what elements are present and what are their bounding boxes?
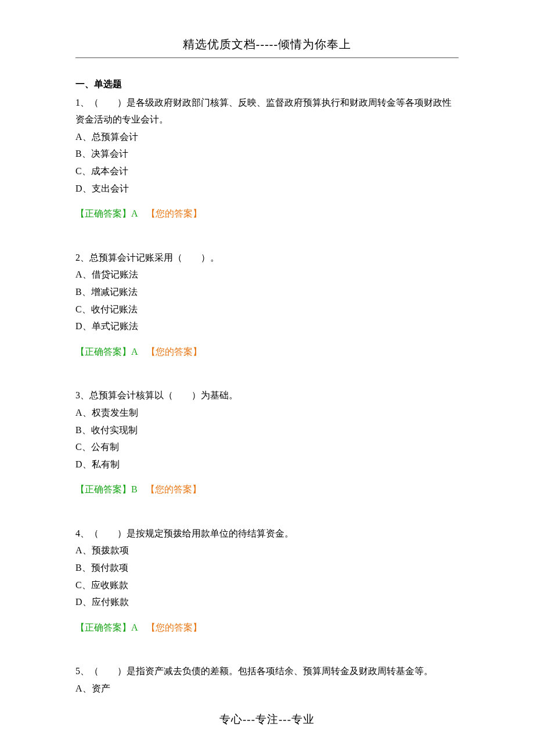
option-b: B、决算会计 <box>75 145 459 163</box>
option-b: B、预付款项 <box>75 559 459 577</box>
option-b: B、增减记账法 <box>75 283 459 301</box>
option-c: C、公有制 <box>75 438 459 456</box>
question-text: 1、（ ）是各级政府财政部门核算、反映、监督政府预算执行和财政周转金等各项财政性… <box>75 94 459 128</box>
option-d: D、应付账款 <box>75 593 459 611</box>
question-block: 2、总预算会计记账采用（ ）。 A、借贷记账法 B、增减记账法 C、收付记账法 … <box>75 249 459 361</box>
header-divider <box>75 57 459 58</box>
question-block: 3、总预算会计核算以（ ）为基础。 A、权责发生制 B、收付实现制 C、公有制 … <box>75 387 459 498</box>
answer-line: 【正确答案】A【您的答案】 <box>75 205 459 222</box>
page-footer: 专心---专注---专业 <box>75 709 459 729</box>
option-a: A、权责发生制 <box>75 404 459 422</box>
option-c: C、成本会计 <box>75 163 459 180</box>
footer-text: 专心---专注---专业 <box>219 713 315 725</box>
correct-answer: 【正确答案】A <box>75 208 138 218</box>
option-d: D、私有制 <box>75 456 459 473</box>
option-c: C、收付记账法 <box>75 301 459 318</box>
question-text: 3、总预算会计核算以（ ）为基础。 <box>75 387 459 404</box>
question-block: 4、（ ）是按规定预拨给用款单位的待结算资金。 A、预拨款项 B、预付款项 C、… <box>75 525 459 636</box>
question-block: 1、（ ）是各级政府财政部门核算、反映、监督政府预算执行和财政周转金等各项财政性… <box>75 94 459 222</box>
section-title: 一、单选题 <box>75 75 459 93</box>
question-body: （ ）是按规定预拨给用款单位的待结算资金。 <box>89 528 294 538</box>
header-divider-wrap <box>75 57 459 75</box>
header-title: 精选优质文档-----倾情为你奉上 <box>183 38 351 51</box>
option-d: D、单式记账法 <box>75 318 459 335</box>
option-a: A、借贷记账法 <box>75 266 459 283</box>
option-d: D、支出会计 <box>75 180 459 197</box>
question-block: 5、（ ）是指资产减去负债的差额。包括各项结余、预算周转金及财政周转基金等。 A… <box>75 663 459 697</box>
option-b: B、收付实现制 <box>75 422 459 439</box>
correct-answer: 【正确答案】B <box>75 484 138 494</box>
question-number: 4、 <box>75 528 89 538</box>
question-text: 2、总预算会计记账采用（ ）。 <box>75 249 459 267</box>
question-text: 5、（ ）是指资产减去负债的差额。包括各项结余、预算周转金及财政周转基金等。 <box>75 663 459 680</box>
answer-line: 【正确答案】B【您的答案】 <box>75 481 459 498</box>
your-answer: 【您的答案】 <box>146 208 202 218</box>
option-c: C、应收账款 <box>75 577 459 594</box>
question-body: 总预算会计记账采用（ ）。 <box>89 253 219 262</box>
correct-answer: 【正确答案】A <box>75 347 138 357</box>
document-page: 精选优质文档-----倾情为你奉上 一、单选题 1、（ ）是各级政府财政部门核算… <box>0 0 534 753</box>
question-number: 5、 <box>75 666 89 676</box>
option-a: A、预拨款项 <box>75 542 459 559</box>
question-number: 1、 <box>75 98 89 107</box>
your-answer: 【您的答案】 <box>146 622 202 632</box>
question-number: 3、 <box>75 390 89 400</box>
question-body: 总预算会计核算以（ ）为基础。 <box>89 390 238 400</box>
question-body: （ ）是各级政府财政部门核算、反映、监督政府预算执行和财政周转金等各项财政性资金… <box>75 98 452 125</box>
answer-line: 【正确答案】A【您的答案】 <box>75 343 459 361</box>
your-answer: 【您的答案】 <box>146 484 201 494</box>
correct-answer: 【正确答案】A <box>75 622 138 632</box>
your-answer: 【您的答案】 <box>146 347 202 357</box>
option-a: A、资产 <box>75 680 459 697</box>
question-number: 2、 <box>75 253 89 262</box>
answer-line: 【正确答案】A【您的答案】 <box>75 619 459 636</box>
question-body: （ ）是指资产减去负债的差额。包括各项结余、预算周转金及财政周转基金等。 <box>89 666 433 676</box>
page-header: 精选优质文档-----倾情为你奉上 <box>75 34 459 55</box>
option-a: A、总预算会计 <box>75 128 459 146</box>
question-text: 4、（ ）是按规定预拨给用款单位的待结算资金。 <box>75 525 459 542</box>
